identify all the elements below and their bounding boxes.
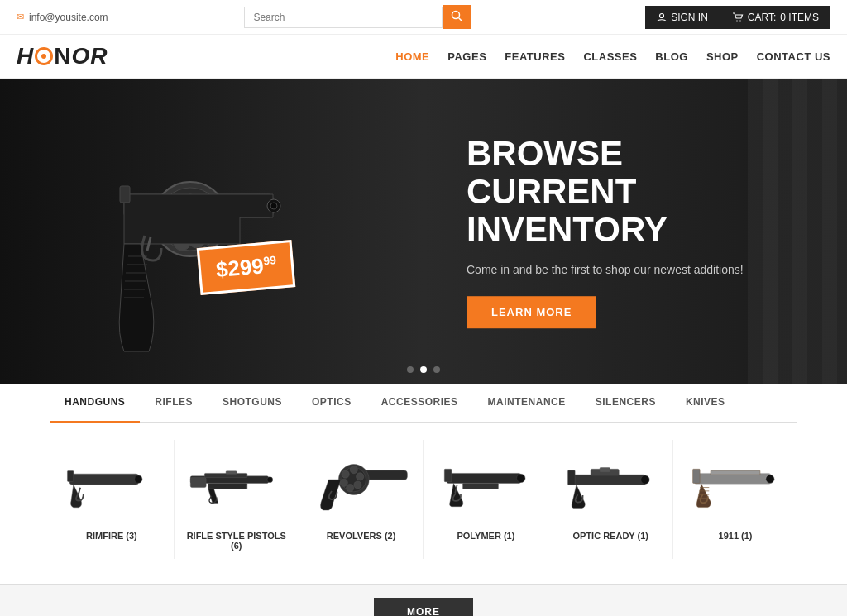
svg-rect-43	[447, 473, 521, 483]
tab-accessories[interactable]: ACCESSORIES	[366, 384, 473, 422]
products-section: HANDGUNS RIFLES SHOTGUNS OPTICS ACCESSOR…	[0, 384, 847, 584]
product-name-revolvers: REVOLVERS (2)	[308, 531, 415, 541]
svg-point-39	[353, 481, 361, 489]
svg-point-40	[346, 485, 353, 492]
svg-rect-60	[711, 470, 760, 475]
svg-rect-58	[693, 469, 701, 483]
signin-label: SIGN IN	[671, 12, 708, 23]
signin-button[interactable]: SIGN IN	[645, 6, 720, 29]
svg-rect-45	[445, 469, 452, 481]
nav-shop[interactable]: SHOP	[706, 50, 739, 63]
nav-pages[interactable]: PAGES	[447, 50, 486, 63]
nav-contact[interactable]: CONTACT US	[757, 50, 830, 63]
hero-section: $29999 BROWSE CURRENT INVENTORY Come in …	[0, 79, 847, 384]
product-name-rifle-pistols: RIFLE STYLE PISTOLS (6)	[183, 531, 290, 551]
tab-maintenance[interactable]: MAINTENANCE	[473, 384, 581, 422]
nav-classes[interactable]: CLASSES	[583, 50, 637, 63]
hero-subtitle: Come in and be the first to shop our new…	[467, 263, 781, 276]
product-image-rifle-pistols	[183, 448, 290, 523]
nav-home[interactable]: HOME	[395, 50, 429, 63]
product-image-revolvers	[308, 448, 415, 523]
svg-line-25	[78, 488, 80, 495]
more-button[interactable]: MORE	[374, 598, 473, 616]
svg-point-0	[452, 12, 460, 19]
svg-rect-26	[67, 470, 73, 481]
products-grid: RIMFIRE (3) RIFLE ST	[50, 440, 797, 559]
svg-rect-21	[120, 186, 130, 203]
hero-content: BROWSE CURRENT INVENTORY Come in and be …	[467, 135, 781, 328]
product-1911[interactable]: 1911 (1)	[673, 440, 797, 559]
cart-label: CART:	[748, 12, 776, 23]
product-revolvers[interactable]: REVOLVERS (2)	[299, 440, 424, 559]
tab-shotguns[interactable]: SHOTGUNS	[208, 384, 297, 422]
svg-point-27	[135, 475, 142, 483]
product-rimfire[interactable]: RIMFIRE (3)	[50, 440, 175, 559]
main-nav: HOME PAGES FEATURES CLASSES BLOG SHOP CO…	[395, 50, 830, 63]
svg-point-46	[517, 474, 525, 482]
header: H NOR HOME PAGES FEATURES CLASSES BLOG S…	[0, 35, 847, 79]
svg-point-2	[660, 13, 664, 17]
nav-blog[interactable]: BLOG	[655, 50, 688, 63]
svg-point-51	[641, 475, 649, 484]
svg-rect-53	[694, 473, 771, 484]
product-image-polymer	[432, 448, 539, 523]
product-rifle-pistols[interactable]: RIFLE STYLE PISTOLS (6)	[175, 440, 299, 559]
carousel-dot-1[interactable]	[407, 366, 414, 373]
tab-rifles[interactable]: RIFLES	[140, 384, 208, 422]
hero-title: BROWSE CURRENT INVENTORY	[467, 135, 781, 250]
cart-items: 0 ITEMS	[780, 12, 819, 23]
product-image-1911	[682, 448, 789, 523]
tab-handguns[interactable]: HANDGUNS	[50, 384, 140, 423]
svg-point-42	[342, 470, 349, 478]
top-actions: SIGN IN CART: 0 ITEMS	[645, 6, 830, 29]
svg-rect-52	[600, 468, 610, 472]
logo-nor: NOR	[54, 43, 108, 69]
cart-button[interactable]: CART: 0 ITEMS	[720, 6, 830, 29]
svg-rect-24	[69, 474, 138, 485]
svg-point-37	[350, 466, 357, 473]
carousel-dot-3[interactable]	[433, 366, 440, 373]
carousel-dots	[407, 366, 440, 373]
product-tabs: HANDGUNS RIFLES SHOTGUNS OPTICS ACCESSOR…	[50, 384, 797, 423]
search-button[interactable]	[443, 5, 471, 29]
email-icon: ✉	[17, 12, 24, 22]
logo: H NOR	[17, 43, 108, 69]
email-address: info@yousite.com	[29, 12, 108, 23]
svg-point-33	[267, 477, 273, 483]
product-name-polymer: POLYMER (1)	[432, 531, 539, 541]
product-optic-ready[interactable]: OPTIC READY (1)	[548, 440, 673, 559]
tab-silencers[interactable]: SILENCERS	[581, 384, 671, 422]
svg-rect-31	[190, 478, 206, 488]
carousel-dot-2[interactable]	[420, 366, 427, 373]
svg-point-38	[356, 473, 363, 480]
nav-features[interactable]: FEATURES	[505, 50, 565, 63]
svg-point-3	[736, 20, 738, 21]
svg-rect-47	[463, 483, 499, 489]
search-input[interactable]	[244, 7, 443, 28]
product-name-rimfire: RIMFIRE (3)	[58, 531, 165, 541]
contact-info: ✉ info@yousite.com	[17, 12, 108, 23]
price-tag: $29999	[197, 240, 296, 295]
cart-icon	[732, 12, 744, 22]
top-bar: ✉ info@yousite.com SIGN IN CART:	[0, 0, 847, 35]
svg-point-41	[340, 479, 347, 486]
svg-point-59	[766, 475, 774, 483]
product-image-rimfire	[58, 448, 165, 523]
product-polymer[interactable]: POLYMER (1)	[424, 440, 548, 559]
svg-point-4	[739, 20, 741, 21]
logo-target-icon	[35, 47, 53, 65]
svg-point-23	[270, 203, 277, 209]
hero-cta-button[interactable]: LEARN MORE	[467, 296, 596, 328]
svg-rect-50	[568, 470, 576, 485]
more-section: MORE	[0, 584, 847, 616]
tab-knives[interactable]: KNIVES	[671, 384, 740, 422]
search-area	[244, 5, 509, 29]
svg-rect-48	[570, 475, 647, 485]
product-name-optic-ready: OPTIC READY (1)	[557, 531, 664, 541]
tab-optics[interactable]: OPTICS	[297, 384, 366, 422]
svg-rect-29	[204, 473, 246, 477]
price-value: $299	[215, 253, 265, 282]
svg-rect-32	[226, 471, 237, 474]
svg-line-1	[459, 18, 462, 21]
product-image-optic-ready	[557, 448, 664, 523]
